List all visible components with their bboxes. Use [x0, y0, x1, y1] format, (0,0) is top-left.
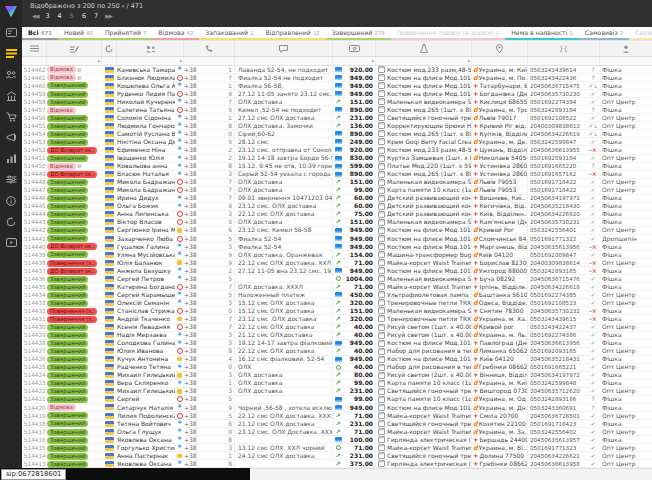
- first-page-button[interactable]: ◀◀: [32, 11, 38, 22]
- box-icon: [378, 219, 385, 226]
- order-id: 514441: [22, 235, 47, 243]
- payment-cell: [333, 131, 343, 136]
- viber-icon: *: [177, 447, 181, 451]
- tracking-number: 0501692274384: [528, 98, 586, 106]
- page-3[interactable]: 3: [45, 11, 49, 22]
- tab-Всі[interactable]: Всі 471: [22, 27, 58, 40]
- tracking-number: 20450636715475: [528, 82, 586, 90]
- phone-number: +38: [184, 395, 224, 403]
- info-icon[interactable]: [0, 190, 22, 211]
- video-icon[interactable]: [0, 232, 22, 253]
- location-icon[interactable]: [472, 41, 528, 56]
- phone-status-cell: *: [175, 163, 184, 170]
- sidebar: [0, 0, 22, 480]
- tab-Запакований[interactable]: Запакований 1: [199, 27, 259, 40]
- phone-number: +38: [184, 339, 224, 347]
- box-icon: [378, 171, 385, 178]
- page-6[interactable]: 6: [82, 11, 86, 22]
- list-icon[interactable]: [22, 41, 47, 56]
- orders-icon[interactable]: [0, 43, 22, 64]
- comment-text: 23.12 смс .ОЛХ доставка: [235, 315, 333, 323]
- page-5[interactable]: 5: [70, 11, 74, 22]
- page-4[interactable]: 4: [58, 11, 62, 22]
- company-icon[interactable]: [0, 85, 22, 106]
- sync-icon[interactable]: [0, 211, 22, 232]
- total-count: / 471: [126, 2, 143, 10]
- product-name: Рисуй светом (1шт. х 40.00 грн..: [387, 323, 472, 331]
- customers-icon[interactable]: [0, 64, 22, 85]
- calls-count: 7: [224, 194, 235, 202]
- status-cell: ДО Возврат ок..: [47, 146, 102, 154]
- product-name: Костюм на флисе Мод.1014 (1ш..: [387, 267, 472, 275]
- delivery-status-cell: ✓: [586, 428, 600, 436]
- nova-poshta-icon: +: [473, 202, 478, 210]
- order-total: 450.00: [343, 291, 376, 299]
- shop-name: Дропшипін: [600, 235, 652, 243]
- tab-Самовивіз[interactable]: Самовивіз 2: [579, 27, 629, 40]
- order-total: 320.00: [343, 299, 376, 307]
- comment-text: 19.12 14-18 завтра Бордо 56-58: [235, 154, 333, 162]
- status-badge: Завершений: [47, 179, 88, 186]
- tracking-icon[interactable]: }{: [528, 41, 600, 56]
- money-icon[interactable]: [333, 41, 376, 56]
- delivered-icon: ✓: [590, 299, 595, 306]
- cart-icon[interactable]: [0, 106, 22, 127]
- stats-icon[interactable]: [0, 148, 22, 169]
- tracking-number: 20400309838614: [528, 259, 586, 267]
- manager-icon[interactable]: [600, 41, 652, 56]
- tab-Прийнятий[interactable]: Прийнятий 7: [99, 27, 152, 40]
- tab-Новий[interactable]: Новий 48: [58, 27, 99, 40]
- campaign-icon[interactable]: [0, 127, 22, 148]
- status-badge: Завершений: [47, 396, 88, 403]
- tab-Завершений[interactable]: Завершений 278: [326, 27, 391, 40]
- status-cell: Завершений: [47, 114, 102, 122]
- viber-icon: *: [177, 117, 181, 121]
- tab-Відмова[interactable]: Відмова 42: [152, 27, 199, 40]
- nova-poshta-icon: +: [473, 387, 478, 395]
- comment-icon[interactable]: [235, 41, 333, 56]
- product-name: Костюм на флисе Мод.1014 (1ш..: [387, 355, 472, 363]
- cod-payment-icon: ↗: [335, 194, 340, 202]
- delivery-status-cell: ✓: [586, 387, 600, 395]
- delivery-status-cell: ✓: [586, 363, 600, 371]
- page-7[interactable]: 7: [94, 11, 98, 22]
- cod-payment-icon: ↗: [335, 259, 340, 267]
- phone-icon[interactable]: [184, 41, 235, 56]
- tab-Нема в наявності[interactable]: Нема в наявності 1: [505, 27, 579, 40]
- refresh-icon[interactable]: [102, 41, 117, 56]
- panel-icon[interactable]: [0, 22, 22, 43]
- calls-count: 9: [224, 90, 235, 98]
- delivery-status-cell: ✓↓: [586, 82, 600, 90]
- box-icon: [378, 428, 385, 435]
- tab-Повернення товару (в дорозі)[interactable]: Повернення товару (в дорозі) 0: [391, 27, 505, 40]
- customer-name: Надія Мерзаєва: [117, 331, 175, 339]
- ukraine-flag-icon: [105, 115, 114, 121]
- order-total: 100.00: [343, 436, 376, 444]
- showing-range[interactable]: Відображено з 200 по 250 ▾ / 471: [30, 2, 652, 11]
- order-id: 514435: [22, 283, 47, 291]
- calls-count: 6: [224, 226, 235, 234]
- shop-name: Фішка: [600, 170, 652, 178]
- last-page-button[interactable]: ▶▶: [105, 11, 111, 22]
- customers-icon[interactable]: [117, 41, 184, 56]
- tab-Відправлений[interactable]: Відправлений 12: [259, 27, 325, 40]
- nova-poshta-icon: +: [473, 218, 478, 226]
- payment-cell: [333, 341, 343, 346]
- payment-filter-dropdown[interactable]: ▾: [371, 57, 374, 65]
- page-size-dropdown-icon[interactable]: ▾: [122, 3, 125, 9]
- product-filter-dropdown[interactable]: ▾: [467, 57, 470, 65]
- status-bar-right: [250, 468, 652, 480]
- tab-Сервіси[interactable]: Сервіси 0: [629, 27, 652, 40]
- filters-icon[interactable]: [0, 169, 22, 190]
- order-total: 949.00: [343, 267, 376, 275]
- status-badge: Завершений: [47, 445, 88, 452]
- country-flag-cell: [102, 404, 117, 410]
- edit-icon[interactable]: [47, 41, 102, 56]
- nova-poshta-icon: +: [473, 98, 478, 106]
- delivery-cell: dУкраина, м. За..: [472, 428, 528, 436]
- status-filter-dropdown[interactable]: ▾: [97, 57, 100, 65]
- order-total: 375.00: [343, 460, 376, 468]
- product-icon[interactable]: [376, 41, 472, 56]
- order-total: 231.00: [343, 420, 376, 428]
- customer-filter-dropdown[interactable]: ▾: [179, 57, 182, 65]
